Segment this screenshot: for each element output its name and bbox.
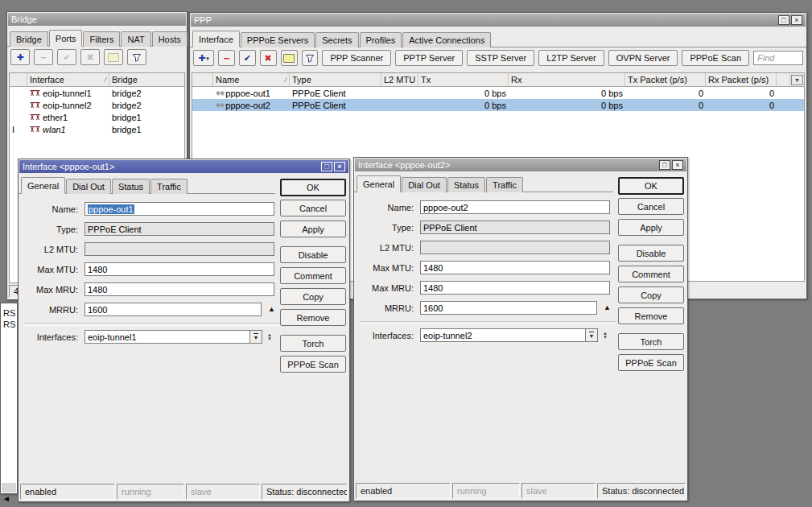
- tab-traffic[interactable]: Traffic: [150, 179, 188, 194]
- apply-button[interactable]: Apply: [280, 221, 346, 237]
- cancel-button[interactable]: Cancel: [618, 198, 684, 215]
- copy-button[interactable]: Copy: [618, 286, 684, 303]
- torch-button[interactable]: Torch: [618, 333, 684, 350]
- filter-button[interactable]: [302, 50, 319, 66]
- pptp-server-button[interactable]: PPTP Server: [395, 50, 463, 66]
- tab-bridge[interactable]: Bridge: [10, 31, 48, 47]
- l2mtu-column-header[interactable]: L2 MTU: [381, 73, 418, 86]
- interfaces-dropdown-button[interactable]: ▼: [250, 330, 262, 344]
- table-row[interactable]: I wlan1 bridge1: [10, 123, 184, 135]
- tab-status[interactable]: Status: [447, 177, 485, 192]
- ok-button[interactable]: OK: [618, 177, 684, 195]
- scroll-left-icon[interactable]: ◄: [2, 494, 10, 503]
- table-row[interactable]: eoip-tunnel1 bridge2: [10, 87, 184, 99]
- table-row[interactable]: ether1 bridge1: [10, 111, 184, 123]
- torch-button[interactable]: Torch: [280, 335, 346, 352]
- tab-dial-out[interactable]: Dial Out: [402, 177, 447, 192]
- tab-ports[interactable]: Ports: [49, 30, 83, 47]
- max-mru-input[interactable]: [420, 281, 610, 295]
- collapse-arrow-icon[interactable]: ▲: [604, 304, 611, 311]
- ppp-titlebar[interactable]: PPP □ ×: [191, 14, 806, 27]
- tab-general[interactable]: General: [21, 177, 65, 194]
- interfaces-dropdown-button[interactable]: ▼: [586, 328, 598, 342]
- tab-general[interactable]: General: [357, 175, 401, 192]
- rx-column-header[interactable]: Rx: [509, 73, 625, 86]
- tab-traffic[interactable]: Traffic: [486, 177, 523, 192]
- disable-button[interactable]: Disable: [618, 245, 684, 262]
- tab-interface[interactable]: Interface: [192, 31, 240, 47]
- tab-pppoe-servers[interactable]: PPPoE Servers: [241, 32, 315, 47]
- tab-profiles[interactable]: Profiles: [360, 32, 402, 47]
- tx-column-header[interactable]: Tx: [418, 73, 509, 86]
- comment-button[interactable]: [104, 49, 123, 65]
- interface-column-header[interactable]: Interface ∕: [27, 73, 109, 86]
- interfaces-spinner[interactable]: ▲ ▼: [267, 333, 272, 341]
- tab-active-connections[interactable]: Active Connections: [402, 32, 491, 47]
- filter-button[interactable]: [127, 49, 146, 65]
- ovpn-server-button[interactable]: OVPN Server: [608, 50, 678, 66]
- table-row[interactable]: eoip-tunnel2 bridge2: [10, 99, 184, 111]
- pppoe-scan-button[interactable]: PPPoE Scan: [682, 50, 749, 66]
- bridge-column-header[interactable]: Bridge: [109, 73, 184, 86]
- interfaces-input[interactable]: [84, 330, 250, 344]
- maximize-button[interactable]: □: [778, 15, 789, 25]
- disable-button[interactable]: ✖: [260, 50, 277, 66]
- comment-button[interactable]: Comment: [280, 267, 346, 284]
- flags-column-header[interactable]: [192, 73, 213, 86]
- cancel-button[interactable]: Cancel: [280, 200, 346, 216]
- dialog-titlebar[interactable]: Interface <pppoe-out1> □ ×: [19, 160, 348, 173]
- maximize-button[interactable]: □: [659, 160, 670, 170]
- type-column-header[interactable]: Type: [290, 73, 381, 86]
- l2tp-server-button[interactable]: L2TP Server: [538, 50, 604, 66]
- name-input[interactable]: [420, 200, 610, 214]
- tab-hosts[interactable]: Hosts: [152, 31, 188, 47]
- interfaces-spinner[interactable]: ▲ ▼: [603, 332, 608, 340]
- add-button[interactable]: ✚: [10, 49, 30, 65]
- table-row[interactable]: ◈◈ pppoe-out1 PPPoE Client 0 bps 0 bps 0…: [192, 87, 804, 99]
- pppoe-scan-button[interactable]: PPPoE Scan: [618, 354, 684, 371]
- enable-button[interactable]: ✔: [239, 50, 256, 66]
- max-mtu-input[interactable]: [84, 262, 274, 276]
- remove-button[interactable]: Remove: [280, 309, 346, 326]
- bridge-titlebar[interactable]: Bridge: [8, 13, 186, 26]
- remove-button[interactable]: Remove: [618, 307, 684, 324]
- mrru-input[interactable]: [84, 303, 262, 316]
- ppp-scanner-button[interactable]: PPP Scanner: [322, 50, 391, 66]
- apply-button[interactable]: Apply: [618, 219, 684, 236]
- column-select-button[interactable]: ▼: [791, 75, 803, 85]
- disable-button[interactable]: Disable: [280, 246, 346, 263]
- ok-button[interactable]: OK: [280, 179, 346, 196]
- max-mru-input[interactable]: [84, 282, 274, 296]
- tab-dial-out[interactable]: Dial Out: [66, 179, 111, 194]
- close-button[interactable]: ×: [672, 160, 683, 170]
- mrru-input[interactable]: [420, 301, 597, 315]
- name-input[interactable]: pppoe-out1: [84, 202, 274, 216]
- copy-button[interactable]: Copy: [280, 288, 346, 305]
- tab-nat[interactable]: NAT: [121, 31, 150, 47]
- remove-button[interactable]: −: [218, 50, 235, 66]
- interfaces-input[interactable]: [420, 328, 586, 342]
- disable-button[interactable]: ✖: [80, 49, 100, 65]
- comment-button[interactable]: Comment: [618, 266, 684, 282]
- tx-packet-column-header[interactable]: Tx Packet (p/s): [625, 73, 706, 86]
- enable-button[interactable]: ✔: [57, 49, 76, 65]
- tab-filters[interactable]: Filters: [83, 31, 120, 47]
- collapse-arrow-icon[interactable]: ▲: [268, 306, 275, 313]
- tab-status[interactable]: Status: [112, 179, 150, 194]
- tab-secrets[interactable]: Secrets: [315, 32, 358, 47]
- find-input[interactable]: [753, 51, 803, 65]
- close-button[interactable]: ×: [334, 162, 345, 171]
- remove-button[interactable]: −: [34, 49, 53, 65]
- flags-column-header[interactable]: [10, 73, 27, 86]
- dialog-titlebar[interactable]: Interface <pppoe-out2> □ ×: [355, 159, 686, 171]
- max-mtu-input[interactable]: [420, 261, 610, 274]
- close-button[interactable]: ×: [791, 15, 802, 25]
- comment-button[interactable]: [281, 50, 298, 66]
- list-item[interactable]: RS: [1, 307, 17, 319]
- pppoe-scan-button[interactable]: PPPoE Scan: [280, 356, 346, 373]
- name-column-header[interactable]: Name ∕: [213, 73, 290, 86]
- add-button[interactable]: ✚ ▾: [193, 50, 214, 66]
- sstp-server-button[interactable]: SSTP Server: [467, 50, 534, 66]
- list-item[interactable]: RS: [1, 319, 17, 330]
- maximize-button[interactable]: □: [321, 162, 332, 171]
